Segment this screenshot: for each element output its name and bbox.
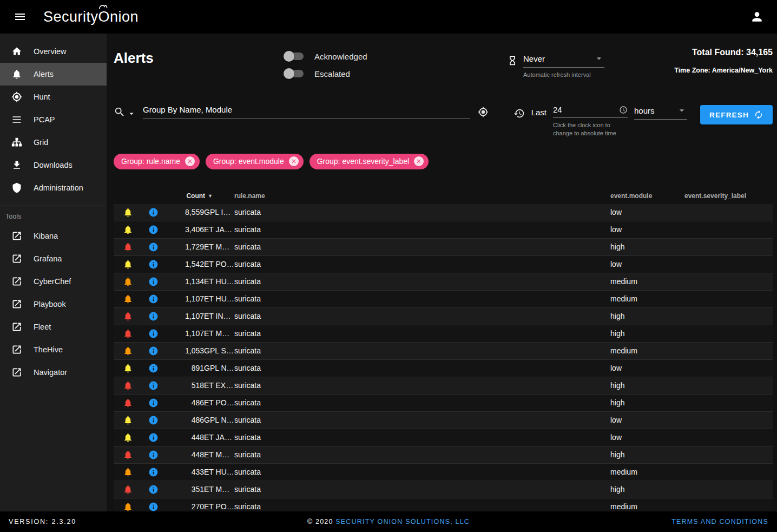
time-unit-select[interactable]: hours xyxy=(634,105,687,120)
row-info-icon[interactable] xyxy=(142,259,164,270)
row-info-icon[interactable] xyxy=(142,450,164,460)
severity-bell-icon[interactable] xyxy=(114,502,142,511)
search-input[interactable] xyxy=(143,105,470,114)
row-info-icon[interactable] xyxy=(142,502,164,511)
company-link[interactable]: SECURITY ONION SOLUTIONS, LLC xyxy=(335,518,470,526)
table-row[interactable]: 1,729ET MALWARE ABUSE.CH SSL Blacklist M… xyxy=(114,239,773,256)
column-header-count[interactable]: Count ▼ xyxy=(164,192,204,200)
acknowledged-toggle[interactable]: Acknowledged xyxy=(284,49,507,64)
filter-chip[interactable]: Group: event.module xyxy=(206,154,304,169)
info-icon xyxy=(148,484,159,495)
table-row[interactable]: 8,559GPL ICMP_INFO PING Cisco Type.xsuri… xyxy=(114,204,773,221)
row-info-icon[interactable] xyxy=(142,380,164,391)
hamburger-menu-button[interactable] xyxy=(10,6,30,27)
row-info-icon[interactable] xyxy=(142,207,164,218)
sidebar-tool-cyberchef[interactable]: CyberChef xyxy=(0,270,107,293)
row-info-icon[interactable] xyxy=(142,484,164,495)
severity-bell-icon[interactable] xyxy=(114,242,142,252)
account-button[interactable] xyxy=(747,6,767,27)
column-header-severity[interactable]: event.severity_label xyxy=(684,192,773,200)
row-info-icon[interactable] xyxy=(142,294,164,304)
row-info-icon[interactable] xyxy=(142,432,164,443)
toggle-switch[interactable] xyxy=(285,52,304,60)
severity-bell-icon[interactable] xyxy=(114,398,142,408)
table-row[interactable]: 270ET POLICY External IP Lookup api.ipif… xyxy=(114,498,773,511)
table-row[interactable]: 1,053GPL SNMP public access udpsuricatam… xyxy=(114,343,773,360)
severity-bell-icon[interactable] xyxy=(114,484,142,495)
sidebar-tool-navigator[interactable]: Navigator xyxy=(0,361,107,384)
row-info-icon[interactable] xyxy=(142,363,164,373)
filter-chip[interactable]: Group: rule.name xyxy=(114,154,200,169)
table-row[interactable]: 518ET EXPLOIT_KIT Fiesta URI Structsuric… xyxy=(114,377,773,395)
severity-bell-icon[interactable] xyxy=(114,380,142,391)
table-row[interactable]: 1,134ET HUNTING Suspicious HTTP Request … xyxy=(114,273,773,291)
chip-close-icon[interactable] xyxy=(289,156,299,166)
row-info-icon[interactable] xyxy=(142,467,164,477)
severity-bell-icon[interactable] xyxy=(114,259,142,270)
sidebar-item-downloads[interactable]: Downloads xyxy=(0,154,107,176)
chip-close-icon[interactable] xyxy=(185,156,195,166)
severity-bell-icon[interactable] xyxy=(114,294,142,304)
sidebar-item-administration[interactable]: Administration xyxy=(0,176,107,199)
escalated-toggle[interactable]: Escalated xyxy=(284,66,507,81)
sidebar-item-hunt[interactable]: Hunt xyxy=(0,86,107,108)
sidebar-tool-fleet[interactable]: Fleet xyxy=(0,316,107,338)
row-info-icon[interactable] xyxy=(142,346,164,356)
severity-bell-icon[interactable] xyxy=(114,346,142,356)
table-row[interactable]: 486ET POLICY PE EXE or DLL Windows file … xyxy=(114,395,773,412)
query-type-chevron-icon[interactable] xyxy=(127,109,136,119)
column-header-rule-name[interactable]: rule.name xyxy=(234,192,610,200)
table-row[interactable]: 433ET HUNTING GENERIC SUSPICIOUS POST to… xyxy=(114,464,773,481)
refresh-interval-select[interactable]: Never xyxy=(523,53,604,68)
clock-icon[interactable] xyxy=(619,106,628,114)
row-info-icon[interactable] xyxy=(142,329,164,339)
severity-bell-icon[interactable] xyxy=(114,432,142,443)
time-range-input[interactable] xyxy=(553,105,602,114)
external-icon xyxy=(11,367,22,378)
sidebar-item-grid[interactable]: Grid xyxy=(0,131,107,154)
severity-bell-icon[interactable] xyxy=(114,329,142,339)
filter-chip[interactable]: Group: event.severity_label xyxy=(310,154,429,169)
table-row[interactable]: 486GPL NETBIOS SMB-DS Session Setup NTML… xyxy=(114,412,773,429)
sidebar-item-pcap[interactable]: PCAP xyxy=(0,108,107,131)
table-row[interactable]: 351ET MALWARE Amadey CnC Check-Insuricat… xyxy=(114,481,773,498)
severity-bell-icon[interactable] xyxy=(114,207,142,218)
search-icon[interactable] xyxy=(114,106,126,118)
row-info-icon[interactable] xyxy=(142,225,164,235)
chip-close-icon[interactable] xyxy=(414,156,424,166)
severity-bell-icon[interactable] xyxy=(114,467,142,477)
severity-bell-icon[interactable] xyxy=(114,225,142,235)
sidebar-item-alerts[interactable]: Alerts xyxy=(0,63,107,86)
row-info-icon[interactable] xyxy=(142,242,164,252)
external-icon xyxy=(11,253,22,264)
refresh-button[interactable]: REFRESH xyxy=(700,105,773,124)
sidebar-tool-thehive[interactable]: TheHive xyxy=(0,338,107,361)
table-row[interactable]: 1,542ET POLICY OpenSSL Demo CA - Interne… xyxy=(114,256,773,273)
row-info-icon[interactable] xyxy=(142,277,164,287)
table-row[interactable]: 891GPL NETBIOS SMB-DS IPC$ unicode share… xyxy=(114,360,773,377)
severity-bell-icon[interactable] xyxy=(114,277,142,287)
severity-bell-icon[interactable] xyxy=(114,311,142,321)
severity-bell-icon[interactable] xyxy=(114,363,142,373)
severity-bell-icon[interactable] xyxy=(114,415,142,425)
table-row[interactable]: 1,107ET MALWARE Generic gate[.].php GET … xyxy=(114,325,773,343)
column-header-event-module[interactable]: event.module xyxy=(610,192,684,200)
row-info-icon[interactable] xyxy=(142,415,164,425)
terms-link[interactable]: TERMS AND CONDITIONS xyxy=(671,518,768,526)
table-row[interactable]: 1,107ET INFO Suspicious Windows NT versi… xyxy=(114,308,773,325)
table-row[interactable]: 448ET MALWARE Possible Dyre SSL Cert (fa… xyxy=(114,446,773,464)
sidebar-tool-kibana[interactable]: Kibana xyxy=(0,225,107,247)
sidebar-tool-playbook[interactable]: Playbook xyxy=(0,293,107,316)
sidebar-tool-grafana[interactable]: Grafana xyxy=(0,247,107,270)
table-row[interactable]: 1,107ET HUNTING Suspicious GET To gate.p… xyxy=(114,291,773,308)
toggle-switch[interactable] xyxy=(285,70,304,77)
sidebar-item-overview[interactable]: Overview xyxy=(0,40,107,63)
row-severity-label: low xyxy=(610,208,684,216)
table-row[interactable]: 448ET JA3 Hash - Possible Malware - Drid… xyxy=(114,429,773,446)
table-row[interactable]: 3,406ET JA3 Hash - Possible Malware - Va… xyxy=(114,221,773,239)
crosshair-target-icon[interactable] xyxy=(478,107,489,117)
row-info-icon[interactable] xyxy=(142,311,164,321)
row-info-icon[interactable] xyxy=(142,398,164,408)
history-icon[interactable] xyxy=(513,108,525,119)
severity-bell-icon[interactable] xyxy=(114,450,142,460)
